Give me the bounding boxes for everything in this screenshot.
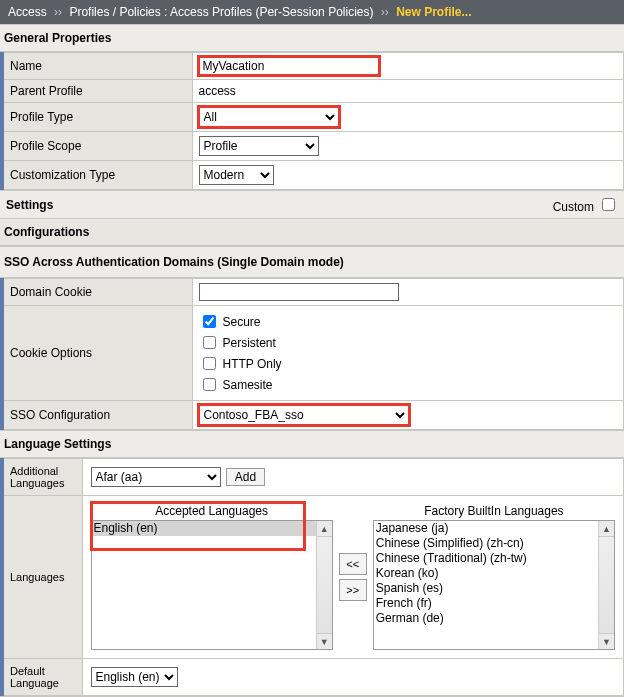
list-item[interactable]: Spanish (es) bbox=[374, 581, 598, 596]
value-parent-profile: access bbox=[192, 80, 624, 103]
section-general-properties: General Properties bbox=[0, 24, 624, 52]
label-customization-type: Customization Type bbox=[2, 161, 192, 190]
label-parent-profile: Parent Profile bbox=[2, 80, 192, 103]
scrollbar[interactable]: ▲ ▼ bbox=[316, 521, 332, 649]
move-left-button[interactable]: << bbox=[339, 553, 367, 575]
default-language-select[interactable]: English (en) bbox=[91, 667, 178, 687]
name-input[interactable] bbox=[199, 57, 379, 75]
label-sso-configuration: SSO Configuration bbox=[2, 401, 192, 430]
scroll-up-icon[interactable]: ▲ bbox=[599, 521, 614, 537]
label-domain-cookie: Domain Cookie bbox=[2, 279, 192, 306]
profile-scope-select[interactable]: Profile bbox=[199, 136, 319, 156]
breadcrumb-sep: ›› bbox=[54, 5, 62, 19]
move-right-button[interactable]: >> bbox=[339, 579, 367, 601]
accepted-languages-list[interactable]: English (en) bbox=[92, 521, 316, 649]
scroll-down-icon[interactable]: ▼ bbox=[317, 633, 332, 649]
persistent-checkbox[interactable] bbox=[203, 336, 216, 349]
section-language-settings: Language Settings bbox=[0, 430, 624, 458]
breadcrumb-path[interactable]: Profiles / Policies : Access Profiles (P… bbox=[69, 5, 373, 19]
list-item[interactable]: German (de) bbox=[374, 611, 598, 626]
settings-title: Settings bbox=[6, 198, 53, 212]
language-settings-table: Additional Languages Afar (aa) Add Langu… bbox=[0, 458, 624, 696]
custom-checkbox[interactable] bbox=[602, 198, 615, 211]
custom-label: Custom bbox=[553, 200, 594, 214]
scroll-down-icon[interactable]: ▼ bbox=[599, 633, 614, 649]
profile-type-select[interactable]: All bbox=[199, 107, 339, 127]
list-item[interactable]: English (en) bbox=[92, 521, 316, 536]
general-properties-table: Name Parent Profile access Profile Type … bbox=[0, 52, 624, 190]
list-item[interactable]: Chinese (Simplified) (zh-cn) bbox=[374, 536, 598, 551]
factory-languages-list[interactable]: Japanese (ja)Chinese (Simplified) (zh-cn… bbox=[374, 521, 598, 649]
domain-cookie-input[interactable] bbox=[199, 283, 399, 301]
list-item[interactable]: Chinese (Traditional) (zh-tw) bbox=[374, 551, 598, 566]
label-additional-languages: Additional Languages bbox=[2, 459, 82, 496]
scroll-up-icon[interactable]: ▲ bbox=[317, 521, 332, 537]
label-profile-type: Profile Type bbox=[2, 103, 192, 132]
samesite-label: Samesite bbox=[223, 378, 273, 392]
customization-type-select[interactable]: Modern bbox=[199, 165, 274, 185]
add-language-button[interactable]: Add bbox=[226, 468, 265, 486]
breadcrumb: Access ›› Profiles / Policies : Access P… bbox=[0, 0, 624, 24]
list-item[interactable]: Japanese (ja) bbox=[374, 521, 598, 536]
section-sso: SSO Across Authentication Domains (Singl… bbox=[0, 246, 624, 278]
httponly-label: HTTP Only bbox=[223, 357, 282, 371]
section-configurations: Configurations bbox=[0, 219, 624, 246]
factory-languages-header: Factory BuiltIn Languages bbox=[373, 504, 615, 518]
breadcrumb-sep: ›› bbox=[381, 5, 389, 19]
breadcrumb-current: New Profile... bbox=[396, 5, 471, 19]
label-default-language: Default Language bbox=[2, 659, 82, 696]
breadcrumb-root[interactable]: Access bbox=[8, 5, 47, 19]
label-name: Name bbox=[2, 53, 192, 80]
label-cookie-options: Cookie Options bbox=[2, 306, 192, 401]
secure-label: Secure bbox=[223, 315, 261, 329]
sso-configuration-select[interactable]: Contoso_FBA_sso bbox=[199, 405, 409, 425]
list-item[interactable]: French (fr) bbox=[374, 596, 598, 611]
additional-languages-select[interactable]: Afar (aa) bbox=[91, 467, 221, 487]
section-settings: Settings Custom bbox=[0, 190, 624, 219]
samesite-checkbox[interactable] bbox=[203, 378, 216, 391]
label-profile-scope: Profile Scope bbox=[2, 132, 192, 161]
secure-checkbox[interactable] bbox=[203, 315, 216, 328]
list-item[interactable]: Korean (ko) bbox=[374, 566, 598, 581]
scrollbar[interactable]: ▲ ▼ bbox=[598, 521, 614, 649]
persistent-label: Persistent bbox=[223, 336, 276, 350]
sso-table: Domain Cookie Cookie Options Secure Pers… bbox=[0, 278, 624, 430]
httponly-checkbox[interactable] bbox=[203, 357, 216, 370]
label-languages: Languages bbox=[2, 496, 82, 659]
accepted-languages-header: Accepted Languages bbox=[91, 504, 333, 518]
